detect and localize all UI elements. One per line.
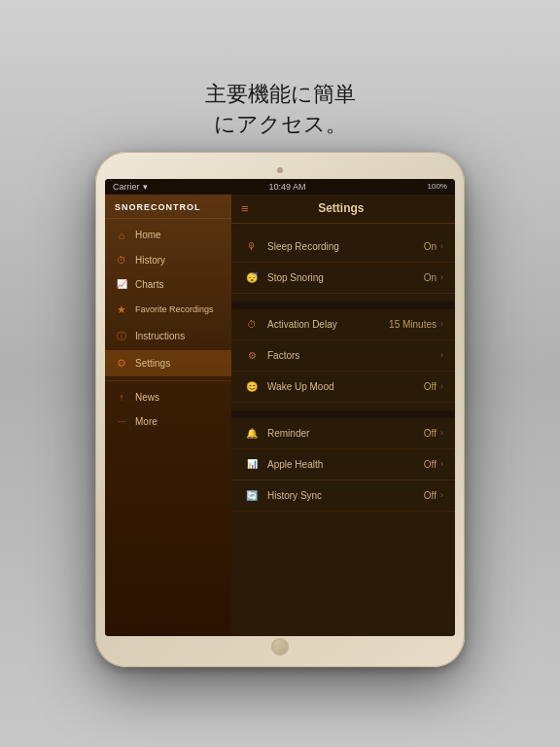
sidebar-label-history: History	[135, 255, 165, 266]
sidebar-divider	[105, 380, 231, 381]
history-sync-label: History Sync	[267, 490, 424, 501]
sidebar-item-charts[interactable]: 📈 Charts	[105, 272, 231, 297]
settings-row-wake-up-mood[interactable]: 😊 Wake Up Mood Off ›	[231, 372, 455, 403]
factors-icon: ⚙	[243, 350, 261, 361]
sleep-recording-value: On	[424, 241, 437, 252]
sidebar-item-history[interactable]: ⏱ History	[105, 248, 231, 272]
logo-part2: CONTROL	[151, 202, 201, 212]
sleep-recording-label: Sleep Recording	[267, 241, 424, 252]
wake-up-mood-icon: 😊	[243, 381, 261, 392]
stop-snoring-icon: 😴	[243, 272, 261, 283]
sidebar-item-more[interactable]: ··· More	[105, 409, 231, 434]
headline: 主要機能に簡単 にアクセス。	[205, 80, 356, 140]
history-icon: ⏱	[115, 255, 128, 266]
sidebar-item-news[interactable]: ↑ News	[105, 385, 231, 409]
reminder-label: Reminder	[267, 428, 424, 439]
settings-row-apple-health[interactable]: 📊 Apple Health Off ›	[231, 449, 455, 480]
reminder-icon: 🔔	[243, 428, 261, 439]
ipad-home-button[interactable]	[271, 638, 289, 656]
reminder-chevron: ›	[440, 428, 443, 438]
home-icon: ⌂	[115, 230, 128, 241]
activation-delay-icon: ⏱	[243, 319, 261, 330]
factors-label: Factors	[267, 350, 437, 361]
ipad-bottom-bar	[271, 636, 289, 658]
stop-snoring-label: Stop Snoring	[267, 272, 424, 283]
sidebar-label-charts: Charts	[135, 279, 163, 290]
activation-delay-label: Activation Delay	[267, 319, 389, 330]
settings-icon: ⚙	[115, 357, 128, 370]
settings-section-3: 🔔 Reminder Off › 📊 Apple Health Off ›	[231, 418, 455, 512]
sidebar: SNORECONTROL ⌂ Home ⏱ History	[105, 195, 231, 636]
settings-gap-2	[231, 410, 455, 418]
headline-line1: 主要機能に簡単	[205, 82, 356, 106]
favorite-icon: ★	[115, 303, 128, 316]
settings-row-reminder[interactable]: 🔔 Reminder Off ›	[231, 418, 455, 449]
sidebar-label-favorite: Favorite Recordings	[135, 304, 214, 314]
sidebar-label-settings: Settings	[135, 358, 170, 369]
ipad-frame: Carrier ▾ 10:49 AM 100% SNORECONTROL	[95, 152, 465, 667]
stop-snoring-chevron: ›	[440, 272, 443, 282]
sleep-recording-chevron: ›	[440, 241, 443, 251]
ipad-top-bar	[105, 161, 455, 179]
settings-gap-1	[231, 302, 455, 309]
activation-delay-chevron: ›	[440, 319, 443, 329]
logo-part1: SNORE	[115, 202, 151, 212]
news-icon: ↑	[115, 392, 128, 403]
settings-row-history-sync[interactable]: 🔄 History Sync Off ›	[231, 480, 455, 512]
settings-row-sleep-recording[interactable]: 🎙 Sleep Recording On ›	[231, 231, 455, 263]
history-sync-chevron: ›	[440, 490, 443, 500]
sidebar-item-instructions[interactable]: ⓘ Instructions	[105, 323, 231, 350]
sidebar-item-favorite[interactable]: ★ Favorite Recordings	[105, 297, 231, 323]
instructions-icon: ⓘ	[115, 330, 128, 343]
sidebar-label-news: News	[135, 392, 159, 403]
carrier-label: Carrier	[113, 182, 140, 192]
wake-up-mood-chevron: ›	[440, 381, 443, 391]
apple-health-chevron: ›	[440, 459, 443, 469]
sidebar-item-settings[interactable]: ⚙ Settings	[105, 350, 231, 376]
sidebar-label-more: More	[135, 416, 158, 427]
apple-health-icon: 📊	[243, 459, 261, 469]
app-content: SNORECONTROL ⌂ Home ⏱ History	[105, 195, 455, 636]
sidebar-item-home[interactable]: ⌂ Home	[105, 223, 231, 248]
sidebar-label-home: Home	[135, 230, 161, 240]
history-sync-icon: 🔄	[243, 490, 261, 501]
headline-line2: にアクセス。	[214, 112, 347, 136]
wifi-icon: ▾	[143, 182, 148, 192]
status-bar: Carrier ▾ 10:49 AM 100%	[105, 179, 455, 195]
nav-title: Settings	[257, 201, 426, 215]
apple-health-label: Apple Health	[267, 459, 424, 470]
hamburger-button[interactable]: ≡	[241, 201, 249, 216]
sidebar-label-instructions: Instructions	[135, 331, 185, 341]
settings-section-2: ⏱ Activation Delay 15 Minutes › ⚙ Factor…	[231, 309, 455, 403]
charts-icon: 📈	[115, 279, 128, 289]
settings-row-stop-snoring[interactable]: 😴 Stop Snoring On ›	[231, 263, 455, 294]
sleep-recording-icon: 🎙	[243, 241, 261, 252]
settings-section-1: 🎙 Sleep Recording On › 😴 Stop Snoring On…	[231, 231, 455, 294]
ipad-screen: Carrier ▾ 10:49 AM 100% SNORECONTROL	[105, 179, 455, 636]
main-content: ≡ Settings 🎙 Sleep Recording On ›	[231, 195, 455, 636]
sidebar-nav: ⌂ Home ⏱ History 📈 Charts ★	[105, 219, 231, 636]
more-icon: ···	[115, 416, 128, 427]
reminder-value: Off	[424, 428, 437, 439]
ipad-camera	[277, 167, 283, 173]
nav-bar: ≡ Settings	[231, 195, 455, 224]
battery-label: 100%	[428, 182, 447, 191]
sidebar-logo: SNORECONTROL	[105, 195, 231, 219]
settings-list: 🎙 Sleep Recording On › 😴 Stop Snoring On…	[231, 224, 455, 636]
activation-delay-value: 15 Minutes	[389, 319, 437, 330]
wake-up-mood-label: Wake Up Mood	[267, 381, 424, 392]
stop-snoring-value: On	[424, 272, 437, 283]
wake-up-mood-value: Off	[424, 381, 437, 392]
factors-chevron: ›	[440, 350, 443, 360]
apple-health-value: Off	[424, 459, 437, 470]
settings-row-factors[interactable]: ⚙ Factors ›	[231, 340, 455, 372]
settings-row-activation-delay[interactable]: ⏱ Activation Delay 15 Minutes ›	[231, 309, 455, 340]
status-time: 10:49 AM	[269, 182, 306, 192]
history-sync-value: Off	[424, 490, 437, 501]
